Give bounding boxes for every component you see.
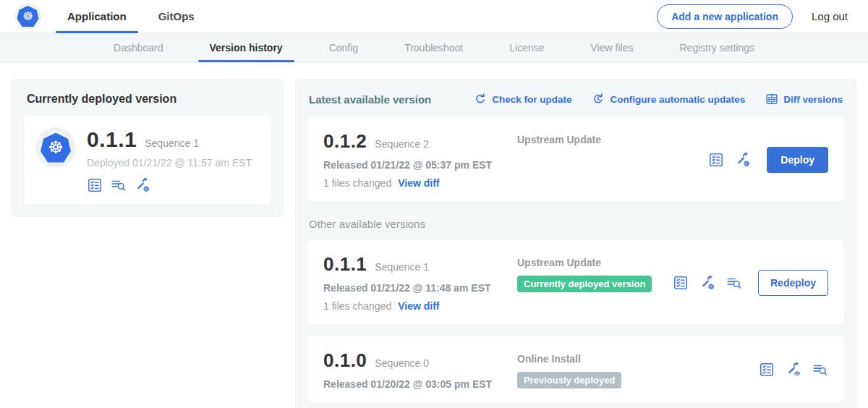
redeploy-button[interactable]: Redeploy [758,270,828,296]
version-source-label: Online Install [517,353,759,365]
version-source-label: Upstream Update [517,134,708,145]
app-logo: ☸ [14,3,41,30]
kubernetes-logo-icon: ☸ [17,6,39,27]
preflight-checks-icon[interactable] [759,362,775,378]
tab-gitops[interactable]: GitOps [158,0,195,33]
version-number: 0.1.1 [323,253,367,276]
refresh-icon [474,93,487,106]
files-changed-label: 1 files changed [323,300,391,312]
version-number: 0.1.0 [323,349,367,372]
deploy-button[interactable]: Deploy [767,147,828,173]
currently-deployed-panel: Currently deployed version ☸ 0.1.1 Seque… [12,79,284,217]
configure-automatic-updates-label: Configure automatic updates [610,94,745,105]
sequence-label: Sequence 0 [375,357,429,369]
released-timestamp: Released 01/21/22 @ 11:48 am EST [323,282,517,294]
preflight-checks-icon[interactable] [708,152,724,168]
deploy-logs-icon[interactable] [726,275,742,291]
deployed-sequence-label: Sequence 1 [145,137,199,149]
tab-application[interactable]: Application [67,0,127,33]
kubernetes-app-icon: ☸ [41,133,71,163]
subnav-config[interactable]: Config [322,33,365,62]
subnav-version-history[interactable]: Version history [203,33,290,62]
subnav-registry-settings[interactable]: Registry settings [673,33,762,62]
logout-button[interactable]: Log out [812,10,848,22]
view-diff-link[interactable]: View diff [398,300,439,312]
schedule-update-icon [592,93,605,106]
config-edit-icon[interactable] [735,152,751,168]
sequence-label: Sequence 1 [375,261,429,273]
subnav-view-files[interactable]: View files [584,33,641,62]
version-history-panel: Latest available version Check for updat… [295,79,856,408]
subnav-dashboard[interactable]: Dashboard [106,33,171,62]
add-new-application-button[interactable]: Add a new application [657,4,793,29]
sequence-label: Sequence 2 [375,138,429,150]
files-changed-label: 1 files changed [323,177,391,189]
view-diff-link[interactable]: View diff [398,177,439,189]
deploy-logs-icon[interactable] [111,177,127,193]
diff-versions-link[interactable]: Diff versions [765,93,843,106]
released-timestamp: Released 01/20/22 @ 03:05 pm EST [323,378,517,390]
config-view-icon[interactable] [786,362,801,378]
previously-deployed-badge: Previously deployed [517,372,621,388]
deploy-logs-icon[interactable] [812,362,828,378]
deployed-version-card: ☸ 0.1.1 Sequence 1 Deployed 01/21/22 @ 1… [24,116,271,205]
subnav-license[interactable]: License [502,33,551,62]
version-card-0-1-1: 0.1.1 Sequence 1 Released 01/21/22 @ 11:… [307,240,844,325]
deployed-version-number: 0.1.1 [87,127,137,152]
check-for-update-link[interactable]: Check for update [474,93,571,106]
app-subnav: Dashboard Version history Config Trouble… [0,33,868,63]
subnav-troubleshoot[interactable]: Troubleshoot [397,33,470,62]
config-edit-icon[interactable] [699,275,715,291]
diff-versions-icon [765,93,778,106]
app-avatar: ☸ [35,127,76,168]
currently-deployed-badge: Currently deployed version [517,276,652,292]
version-source-label: Upstream Update [517,257,673,268]
version-number: 0.1.2 [323,130,367,153]
version-card-0-1-2: 0.1.2 Sequence 2 Released 01/21/22 @ 05:… [307,117,844,202]
preflight-checks-icon[interactable] [87,177,103,193]
other-versions-title: Other available versions [309,218,843,230]
deployed-panel-title: Currently deployed version [27,93,271,106]
version-card-0-1-0: 0.1.0 Sequence 0 Released 01/20/22 @ 03:… [307,336,844,403]
diff-versions-label: Diff versions [783,94,843,105]
top-header: ☸ Application GitOps Add a new applicati… [0,0,868,33]
config-edit-icon[interactable] [135,177,150,193]
released-timestamp: Released 01/21/22 @ 05:37 pm EST [323,159,517,171]
latest-version-title: Latest available version [309,93,431,106]
check-for-update-label: Check for update [492,94,571,105]
preflight-checks-icon[interactable] [673,275,689,291]
deployed-timestamp: Deployed 01/21/22 @ 11:57 am EST [87,157,252,169]
configure-automatic-updates-link[interactable]: Configure automatic updates [592,93,745,106]
